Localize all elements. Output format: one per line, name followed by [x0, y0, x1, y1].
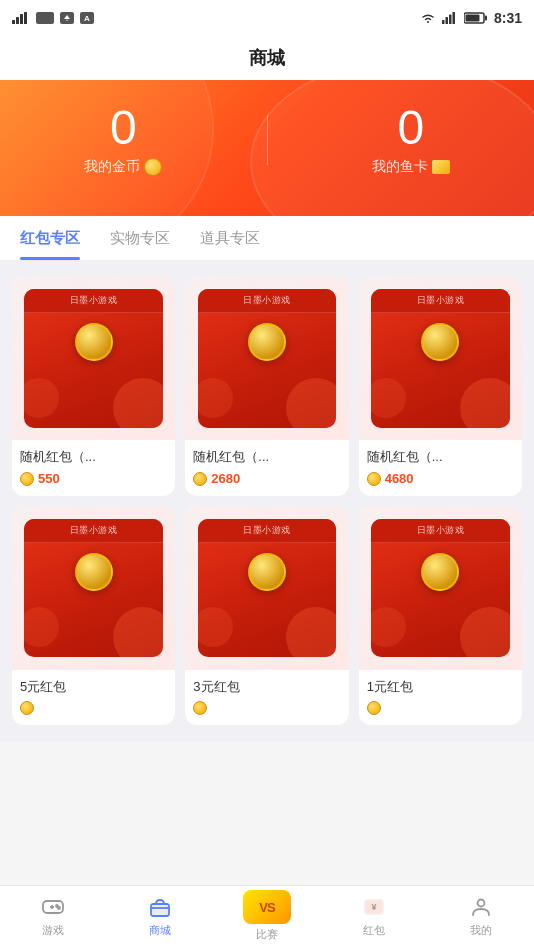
stat-divider	[267, 115, 268, 165]
svg-rect-3	[24, 12, 27, 24]
price-coin-icon-4	[20, 701, 34, 715]
product-image-4: 日墨小游戏	[12, 506, 175, 669]
red-envelope-1: 日墨小游戏	[24, 289, 163, 428]
envelope-label-6: 日墨小游戏	[371, 519, 510, 543]
product-card-5[interactable]: 日墨小游戏 3元红包	[185, 506, 348, 724]
envelope-circle-6	[421, 553, 459, 591]
card-value: 0	[397, 104, 424, 152]
product-card-1[interactable]: 日墨小游戏 随机红包（... 550	[12, 277, 175, 496]
red-envelope-4: 日墨小游戏	[24, 519, 163, 658]
nav-item-mine[interactable]: 我的	[427, 894, 534, 942]
product-image-1: 日墨小游戏	[12, 277, 175, 440]
envelope-label-4: 日墨小游戏	[24, 519, 163, 543]
redpacket-nav-icon: ¥	[361, 894, 387, 920]
signal-bars-icon	[442, 12, 458, 24]
red-envelope-2: 日墨小游戏	[198, 289, 337, 428]
price-coin-icon-3	[367, 472, 381, 486]
svg-rect-15	[485, 16, 487, 21]
nav-label-redpacket: 红包	[363, 923, 385, 938]
game-icon	[40, 894, 66, 920]
product-price-6	[367, 701, 514, 715]
page-title: 商城	[249, 46, 285, 70]
product-card-4[interactable]: 日墨小游戏 5元红包	[12, 506, 175, 724]
app-icon-1	[36, 12, 54, 24]
nav-item-redpacket[interactable]: ¥ 红包	[320, 894, 427, 942]
content-scroll[interactable]: 0 我的金币 0 我的鱼卡 红包专区 实物专区 道具专区	[0, 80, 534, 885]
envelope-label-5: 日墨小游戏	[198, 519, 337, 543]
product-price-2: 2680	[193, 471, 340, 486]
nav-label-vs: 比赛	[256, 927, 278, 942]
product-name-4: 5元红包	[20, 678, 167, 696]
tab-physical[interactable]: 实物专区	[110, 215, 170, 260]
products-grid: 日墨小游戏 随机红包（... 550	[12, 277, 522, 725]
products-section: 日墨小游戏 随机红包（... 550	[0, 261, 534, 741]
coins-stat: 0 我的金币	[0, 104, 247, 176]
svg-rect-11	[445, 17, 448, 24]
envelope-circle-2	[248, 323, 286, 361]
svg-rect-1	[16, 17, 19, 24]
svg-rect-22	[151, 904, 169, 916]
product-name-2: 随机红包（...	[193, 448, 340, 466]
product-info-3: 随机红包（... 4680	[359, 440, 522, 496]
product-card-3[interactable]: 日墨小游戏 随机红包（... 4680	[359, 277, 522, 496]
red-envelope-6: 日墨小游戏	[371, 519, 510, 658]
product-image-3: 日墨小游戏	[359, 277, 522, 440]
price-coin-icon-2	[193, 472, 207, 486]
product-price-4	[20, 701, 167, 715]
envelope-circle-1	[75, 323, 113, 361]
status-right: 8:31	[420, 10, 522, 26]
nav-item-game[interactable]: 游戏	[0, 894, 107, 942]
nav-item-shop[interactable]: 商城	[107, 894, 214, 942]
product-info-1: 随机红包（... 550	[12, 440, 175, 496]
price-coin-icon-1	[20, 472, 34, 486]
app-icon-2: A	[80, 12, 94, 24]
svg-point-21	[58, 907, 60, 909]
product-card-2[interactable]: 日墨小游戏 随机红包（... 2680	[185, 277, 348, 496]
product-info-6: 1元红包	[359, 670, 522, 725]
card-stat: 0 我的鱼卡	[288, 104, 535, 176]
envelope-circle-4	[75, 553, 113, 591]
product-name-6: 1元红包	[367, 678, 514, 696]
product-info-2: 随机红包（... 2680	[185, 440, 348, 496]
nav-label-shop: 商城	[149, 923, 171, 938]
top-navigation: 商城	[0, 36, 534, 80]
coins-label: 我的金币	[84, 158, 162, 176]
svg-rect-2	[20, 14, 23, 24]
tab-props[interactable]: 道具专区	[200, 215, 260, 260]
shop-icon	[147, 894, 173, 920]
card-label: 我的鱼卡	[372, 158, 450, 176]
vs-icon: VS	[243, 890, 291, 924]
product-info-4: 5元红包	[12, 670, 175, 725]
signal-icon	[12, 12, 30, 24]
bottom-navigation: 游戏 商城 VS 比赛 ¥ 红包	[0, 885, 534, 950]
product-name-1: 随机红包（...	[20, 448, 167, 466]
hero-stats: 0 我的金币 0 我的鱼卡	[0, 104, 534, 176]
svg-point-26	[477, 900, 484, 907]
battery-icon	[464, 12, 488, 24]
price-coin-icon-5	[193, 701, 207, 715]
nav-label-mine: 我的	[470, 923, 492, 938]
envelope-label-2: 日墨小游戏	[198, 289, 337, 313]
hero-banner: 0 我的金币 0 我的鱼卡	[0, 80, 534, 216]
mine-icon	[468, 894, 494, 920]
product-image-5: 日墨小游戏	[185, 506, 348, 669]
nav-label-game: 游戏	[42, 923, 64, 938]
tab-redpacket[interactable]: 红包专区	[20, 215, 80, 260]
product-name-5: 3元红包	[193, 678, 340, 696]
red-envelope-5: 日墨小游戏	[198, 519, 337, 658]
status-time: 8:31	[494, 10, 522, 26]
envelope-circle-3	[421, 323, 459, 361]
envelope-label-1: 日墨小游戏	[24, 289, 163, 313]
product-image-6: 日墨小游戏	[359, 506, 522, 669]
envelope-circle-5	[248, 553, 286, 591]
wifi-icon	[420, 12, 436, 24]
status-icons-left: ↓ A	[12, 12, 94, 24]
coin-icon	[144, 158, 162, 176]
status-bar: ↓ A 8:31	[0, 0, 534, 36]
product-card-6[interactable]: 日墨小游戏 1元红包	[359, 506, 522, 724]
svg-rect-0	[12, 20, 15, 24]
price-coin-icon-6	[367, 701, 381, 715]
nav-item-vs[interactable]: VS 比赛	[214, 890, 321, 946]
product-name-3: 随机红包（...	[367, 448, 514, 466]
product-info-5: 3元红包	[185, 670, 348, 725]
